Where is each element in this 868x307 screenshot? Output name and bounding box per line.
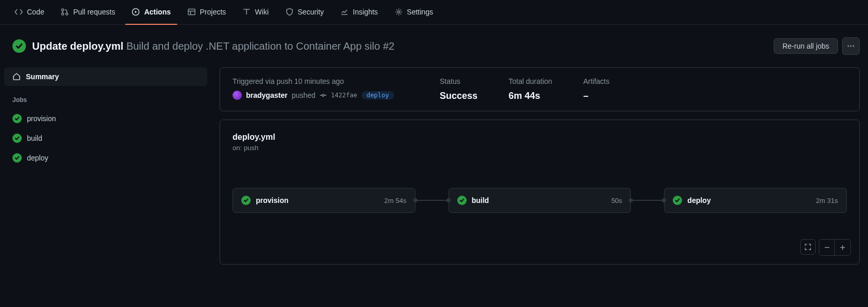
tab-code[interactable]: Code bbox=[8, 0, 50, 25]
gear-icon bbox=[395, 8, 403, 16]
artifacts-value: – bbox=[583, 91, 610, 101]
play-circle-icon bbox=[132, 8, 140, 16]
sidebar-item-label: provision bbox=[27, 114, 56, 123]
zoom-out-button[interactable] bbox=[819, 240, 835, 255]
table-icon bbox=[187, 8, 196, 16]
plus-icon bbox=[839, 244, 846, 251]
check-circle-icon bbox=[673, 196, 682, 205]
tab-label: Settings bbox=[407, 8, 433, 16]
repo-nav: Code Pull requests Actions Projects Wiki… bbox=[0, 0, 868, 25]
code-icon bbox=[15, 8, 23, 16]
job-node-provision[interactable]: provision 2m 54s bbox=[233, 188, 415, 213]
tab-insights[interactable]: Insights bbox=[334, 0, 384, 25]
check-circle-icon bbox=[12, 39, 26, 53]
sidebar-item-deploy[interactable]: deploy bbox=[4, 148, 207, 168]
rerun-all-jobs-button[interactable]: Re-run all jobs bbox=[774, 38, 838, 54]
tab-label: Insights bbox=[353, 8, 378, 16]
home-icon bbox=[12, 72, 21, 81]
sidebar-item-provision[interactable]: provision bbox=[4, 109, 207, 128]
tab-label: Code bbox=[27, 8, 44, 16]
sidebar-item-label: build bbox=[27, 134, 42, 142]
status-value: Success bbox=[440, 91, 478, 101]
svg-point-5 bbox=[397, 10, 399, 12]
tab-wiki[interactable]: Wiki bbox=[236, 0, 274, 25]
workflow-trigger: on: push bbox=[233, 144, 847, 152]
status-label: Status bbox=[440, 77, 478, 85]
author-link[interactable]: bradygaster bbox=[246, 91, 287, 99]
sidebar-heading-jobs: Jobs bbox=[4, 86, 207, 109]
shield-icon bbox=[285, 8, 294, 16]
commit-sha-link[interactable]: 1422fae bbox=[331, 92, 357, 99]
check-circle-icon bbox=[12, 114, 22, 123]
sidebar: Summary Jobs provision build deploy bbox=[4, 67, 207, 265]
job-name: provision bbox=[256, 196, 379, 204]
workflow-file-name: deploy.yml bbox=[233, 133, 847, 142]
svg-point-1 bbox=[62, 13, 64, 15]
job-duration: 50s bbox=[611, 197, 622, 204]
tab-projects[interactable]: Projects bbox=[181, 0, 233, 25]
svg-rect-4 bbox=[188, 9, 195, 14]
job-duration: 2m 54s bbox=[384, 197, 407, 204]
fullscreen-icon bbox=[804, 243, 812, 251]
tab-settings[interactable]: Settings bbox=[388, 0, 440, 25]
check-circle-icon bbox=[12, 134, 22, 143]
duration-value: 6m 44s bbox=[509, 91, 552, 101]
avatar[interactable] bbox=[233, 91, 242, 100]
job-name: deploy bbox=[687, 196, 811, 204]
tab-label: Actions bbox=[144, 8, 170, 16]
check-circle-icon bbox=[457, 196, 467, 205]
svg-point-0 bbox=[62, 9, 64, 11]
graph-connector bbox=[631, 200, 664, 201]
kebab-icon bbox=[847, 42, 855, 50]
book-icon bbox=[242, 8, 251, 16]
svg-point-13 bbox=[322, 94, 324, 96]
job-duration: 2m 31s bbox=[816, 197, 838, 204]
artifacts-label: Artifacts bbox=[583, 77, 610, 85]
commit-title: Update deploy.yml bbox=[32, 40, 123, 52]
workflow-graph-card: deploy.yml on: push provision 2m 54s bui… bbox=[220, 120, 860, 265]
check-circle-icon bbox=[12, 153, 22, 163]
tab-pull-requests[interactable]: Pull requests bbox=[54, 0, 121, 25]
page-title: Update deploy.yml Build and deploy .NET … bbox=[32, 40, 395, 52]
duration-label: Total duration bbox=[509, 77, 552, 85]
tab-label: Wiki bbox=[255, 8, 268, 16]
check-circle-icon bbox=[241, 196, 251, 205]
more-actions-button[interactable] bbox=[842, 37, 860, 55]
tab-security[interactable]: Security bbox=[279, 0, 330, 25]
job-node-build[interactable]: build 50s bbox=[449, 188, 631, 213]
zoom-in-button[interactable] bbox=[835, 240, 850, 255]
sidebar-item-build[interactable]: build bbox=[4, 128, 207, 148]
branch-badge[interactable]: deploy bbox=[361, 91, 394, 99]
sidebar-item-summary[interactable]: Summary bbox=[4, 67, 207, 86]
graph-connector bbox=[415, 200, 449, 201]
workflow-title: Build and deploy .NET application to Con… bbox=[126, 40, 395, 52]
minus-icon bbox=[823, 244, 831, 251]
fullscreen-button[interactable] bbox=[800, 239, 816, 255]
job-node-deploy[interactable]: deploy 2m 31s bbox=[664, 188, 847, 213]
svg-point-8 bbox=[850, 46, 852, 47]
graph-icon bbox=[340, 8, 349, 16]
sidebar-item-label: Summary bbox=[26, 72, 59, 81]
tab-label: Pull requests bbox=[73, 8, 115, 16]
commit-icon bbox=[320, 92, 327, 99]
graph-controls bbox=[800, 239, 851, 256]
tab-label: Projects bbox=[200, 8, 226, 16]
push-action-text: pushed bbox=[292, 91, 315, 99]
svg-point-9 bbox=[853, 46, 855, 47]
tab-actions[interactable]: Actions bbox=[125, 0, 177, 25]
sidebar-item-label: deploy bbox=[27, 154, 48, 162]
git-pull-request-icon bbox=[61, 8, 69, 16]
workflow-graph: provision 2m 54s build 50s deploy 2m 31s bbox=[233, 188, 847, 213]
main-content: Triggered via push 10 minutes ago bradyg… bbox=[220, 67, 860, 265]
svg-point-7 bbox=[848, 46, 849, 47]
tab-label: Security bbox=[298, 8, 324, 16]
svg-point-2 bbox=[66, 13, 68, 15]
run-summary-card: Triggered via push 10 minutes ago bradyg… bbox=[220, 67, 860, 111]
job-name: build bbox=[472, 196, 606, 204]
triggered-label: Triggered via push 10 minutes ago bbox=[233, 77, 409, 85]
run-header: Update deploy.yml Build and deploy .NET … bbox=[0, 25, 868, 67]
